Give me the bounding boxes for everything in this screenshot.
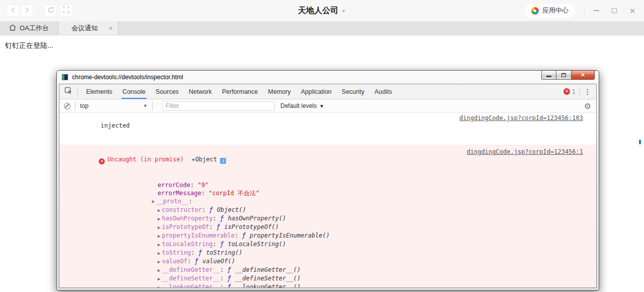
expand-triangle-icon[interactable]: ▶	[158, 216, 160, 221]
fullscreen-button[interactable]	[60, 5, 73, 17]
expand-triangle-icon[interactable]: ▶	[158, 268, 160, 273]
function-signature: valueOf()	[202, 258, 235, 265]
member-name: toString	[162, 249, 191, 256]
function-symbol: ƒ	[220, 215, 227, 222]
function-signature: __defineSetter__()	[235, 275, 301, 282]
console-filter-input[interactable]	[162, 101, 275, 111]
maximize-button[interactable]	[611, 7, 618, 14]
context-value: top	[80, 102, 89, 109]
devtools-tab[interactable]: Sources	[151, 84, 184, 99]
info-icon: i	[220, 158, 226, 164]
expand-triangle-icon[interactable]: ▶	[158, 208, 160, 213]
object-property-row: errorCode: "9"	[59, 181, 596, 189]
collapse-triangle-icon[interactable]: ▼	[192, 157, 194, 162]
close-icon: ✕	[580, 72, 585, 79]
function-signature: toLocaleString()	[228, 241, 286, 248]
collapse-triangle-icon[interactable]: ▼	[152, 199, 154, 204]
expand-triangle-icon[interactable]: ▶	[158, 225, 160, 230]
expand-triangle-icon[interactable]: ▶	[158, 285, 160, 287]
source-link[interactable]: dingdingCode.jsp?corpId=123456:103	[459, 114, 583, 122]
chevron-down-icon: ▼	[319, 103, 324, 109]
expand-triangle-icon[interactable]: ▶	[158, 251, 160, 256]
chevron-down-icon: ▼	[341, 9, 346, 14]
function-signature: isPrototypeOf()	[224, 223, 278, 230]
minimize-button[interactable]	[593, 7, 600, 14]
expand-triangle-icon[interactable]: ▶	[158, 242, 160, 247]
object-label[interactable]: Object	[195, 156, 217, 163]
proto-row: ▼__proto__:	[59, 197, 596, 206]
kebab-menu-icon[interactable]: ⋮	[584, 88, 591, 96]
function-signature: __defineGetter__()	[235, 266, 301, 273]
clear-console-icon[interactable]	[64, 103, 70, 109]
back-button[interactable]	[7, 5, 19, 17]
devtools-tab[interactable]: Memory	[263, 84, 296, 99]
devtools-tab[interactable]: Network	[184, 84, 217, 99]
function-signature: propertyIsEnumerable()	[250, 232, 330, 239]
expand-triangle-icon[interactable]: ▶	[158, 233, 160, 239]
devtools-window: chrome-devtools://devtools/inspector.htm…	[56, 70, 599, 290]
devtools-tab[interactable]: Performance	[217, 84, 263, 99]
proto-member-row: ▶hasOwnProperty: ƒ hasOwnProperty()	[59, 214, 596, 223]
expand-triangle-icon[interactable]: ▶	[158, 259, 160, 264]
log-message: injected	[101, 122, 130, 129]
member-name: valueOf	[162, 258, 187, 265]
refresh-button[interactable]	[44, 5, 57, 17]
error-counter[interactable]: ✕ 1	[563, 88, 576, 95]
home-tab-label: OA工作台	[20, 24, 49, 33]
main-topbar: 天地人公司 ▼ 应用中心 ✕	[0, 0, 644, 21]
forward-button[interactable]	[21, 5, 33, 17]
member-name: constructor	[162, 206, 201, 213]
home-tab-oa[interactable]: OA工作台	[0, 21, 58, 35]
devtools-window-title: chrome-devtools://devtools/inspector.htm…	[72, 74, 183, 81]
toolbar-divider	[152, 101, 153, 110]
toolbar-divider	[580, 87, 580, 96]
app-center-button[interactable]: 应用中心	[525, 4, 575, 18]
tab-close-icon[interactable]: ×	[109, 24, 113, 32]
execution-context-dropdown[interactable]: top ▼	[80, 102, 148, 109]
main-tabstrip: OA工作台 会议通知 ×	[0, 21, 644, 35]
company-title-dropdown[interactable]: 天地人公司 ▼	[298, 0, 346, 21]
error-count: 1	[572, 88, 576, 95]
expand-triangle-icon[interactable]: ▶	[158, 276, 160, 281]
devtools-restore-button[interactable]	[556, 70, 571, 80]
app-center-icon	[531, 7, 539, 15]
devtools-close-button[interactable]: ✕	[571, 70, 595, 80]
tab-meeting-notice[interactable]: 会议通知 ×	[58, 21, 118, 35]
function-symbol: ƒ	[198, 249, 205, 256]
devtools-tab[interactable]: Application	[296, 84, 336, 99]
member-name: hasOwnProperty	[162, 215, 212, 222]
gear-icon[interactable]: ⚙	[584, 101, 591, 111]
property-name: errorCode	[158, 182, 190, 189]
object-property-row: errorMessage: "corpId 不合法"	[59, 189, 596, 197]
proto-member-row: ▶isPrototypeOf: ƒ isPrototypeOf()	[59, 223, 596, 231]
devtools-tab[interactable]: Audits	[370, 84, 397, 99]
proto-member-row: ▶constructor: ƒ Object()	[59, 206, 596, 214]
member-name: __defineSetter__	[162, 275, 220, 282]
source-link[interactable]: dingdingCode.jsp?corpId=123456:1	[467, 148, 583, 156]
function-symbol: ƒ	[220, 241, 227, 248]
scrollbar-thumb[interactable]	[639, 140, 641, 144]
minimize-icon	[546, 76, 551, 77]
close-button[interactable]: ✕	[629, 7, 636, 14]
log-levels-dropdown[interactable]: Default levels ▼	[280, 102, 324, 109]
devtools-tab[interactable]: Elements	[81, 84, 117, 99]
function-signature: __lookupGetter__()	[235, 283, 301, 287]
topbar-separator	[584, 6, 585, 15]
inspect-element-button[interactable]	[59, 87, 78, 97]
error-message-row: ✕Uncaught (in promise) ▼Objecti dingding…	[59, 146, 596, 181]
devtools-body: ElementsConsoleSourcesNetworkPerformance…	[59, 84, 597, 288]
function-symbol: ƒ	[227, 283, 234, 287]
devtools-tab[interactable]: Console	[117, 84, 151, 99]
member-name: __defineGetter__	[162, 266, 220, 273]
devtools-tabs: ElementsConsoleSourcesNetworkPerformance…	[81, 84, 397, 99]
devtools-titlebar[interactable]: chrome-devtools://devtools/inspector.htm…	[57, 71, 599, 84]
function-signature: hasOwnProperty()	[228, 215, 286, 222]
console-toolbar: top ▼ Default levels ▼ ⚙	[59, 99, 596, 113]
devtools-tab[interactable]: Security	[337, 84, 370, 99]
member-name: isPrototypeOf	[162, 223, 209, 230]
caption-buttons: ✕	[541, 70, 595, 80]
toolbar-divider	[75, 101, 76, 110]
console-error-block: ✕Uncaught (in promise) ▼Objecti dingding…	[59, 145, 596, 287]
property-value: "9"	[197, 182, 208, 189]
devtools-minimize-button[interactable]	[541, 70, 556, 80]
